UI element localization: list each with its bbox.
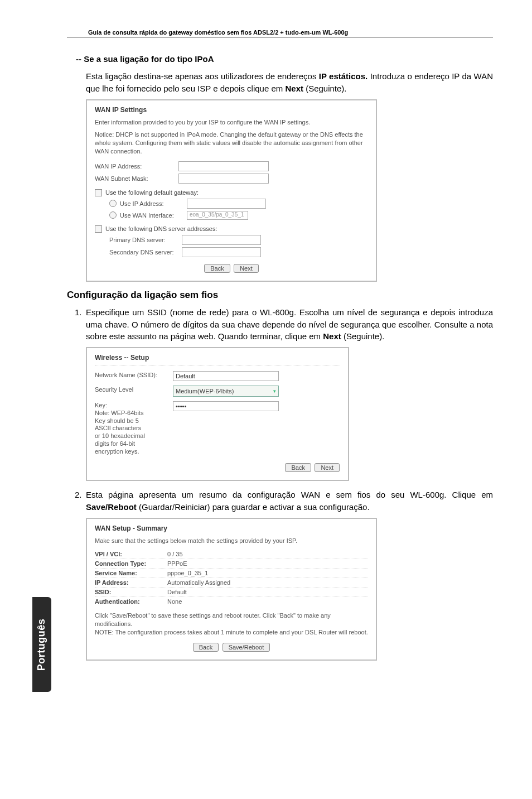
wan-ip-settings-dialog: WAN IP Settings Enter information provid… (86, 99, 377, 282)
table-row: Service Name:pppoe_0_35_1 (95, 568, 368, 577)
step-1-next: Next (323, 331, 341, 341)
wireless-setup-dialog: Wireless -- Setup Network Name (SSID): D… (86, 347, 349, 481)
wireless-title: Wireless -- Setup (95, 354, 340, 365)
language-tab: Português (32, 597, 51, 692)
section-wireless-config: Configuração da ligação sem fios (67, 290, 493, 301)
primary-dns-label: Primary DNS server: (109, 237, 182, 243)
wireless-back-button[interactable]: Back (285, 463, 311, 472)
step-2b: (Guardar/Reiniciar) para guardar e activ… (137, 502, 370, 512)
use-dns-checkbox[interactable] (95, 225, 102, 233)
ipoa-text-1: Esta ligação destina-se apenas aos utili… (86, 71, 319, 81)
summary-k-0: VPI / VCI: (95, 551, 167, 557)
summary-v-3: Automatically Assigned (167, 579, 230, 586)
header-bar: Guia de consulta rápida do gateway domés… (67, 26, 493, 37)
wan-intro: Enter information provided to you by you… (95, 118, 368, 127)
wan-summary-dialog: WAN Setup - Summary Make sure that the s… (86, 518, 377, 661)
use-gateway-label: Use the following default gateway: (105, 189, 199, 196)
wireless-next-button[interactable]: Next (315, 463, 340, 472)
summary-k-4: SSID: (95, 589, 167, 595)
language-tab-label: Português (36, 618, 48, 671)
summary-v-4: Default (167, 589, 187, 595)
summary-foot2: NOTE: The configuration process takes ab… (95, 628, 368, 637)
summary-back-button[interactable]: Back (193, 643, 219, 652)
wan-ip-label: WAN IP Address: (95, 163, 178, 170)
summary-save-reboot-button[interactable]: Save/Reboot (223, 643, 270, 652)
wan-notice: Notice: DHCP is not supported in IPoA mo… (95, 131, 368, 156)
router-icon (67, 26, 84, 36)
wan-next-button[interactable]: Next (234, 264, 259, 273)
table-row: VPI / VCI:0 / 35 (95, 550, 368, 559)
subheading-ipoa: -- Se a sua ligação for do tipo IPoA (76, 54, 493, 64)
ipoa-next: Next (285, 84, 303, 93)
summary-k-3: IP Address: (95, 579, 167, 586)
summary-foot1: Click "Save/Reboot" to save these settin… (95, 612, 368, 628)
key-input[interactable]: ••••• (173, 401, 279, 411)
use-wan-if-label: Use WAN Interface: (120, 212, 187, 219)
use-wan-if-select[interactable]: eoa_0_35/pa_0_35_1 (187, 211, 248, 220)
summary-v-0: 0 / 35 (167, 551, 183, 557)
summary-v-2: pppoe_0_35_1 (167, 570, 208, 576)
ipoa-text-3: (Seguinte). (303, 84, 347, 93)
use-wan-if-radio[interactable] (109, 211, 117, 219)
summary-intro: Make sure that the settings below match … (95, 537, 368, 545)
summary-v-1: PPPoE (167, 560, 187, 567)
ipoa-paragraph: Esta ligação destina-se apenas aos utili… (86, 70, 493, 95)
table-row: Authentication:None (95, 596, 368, 606)
step-1-number: 1. (75, 306, 82, 319)
ipoa-bold: IP estáticos. (319, 71, 367, 81)
security-level-value: Medium(WEP-64bits) (176, 388, 234, 394)
wan-subnet-input[interactable] (178, 174, 269, 184)
summary-k-2: Service Name: (95, 570, 167, 576)
wan-subnet-label: WAN Subnet Mask: (95, 175, 178, 182)
chevron-down-icon: ▾ (273, 388, 276, 394)
ssid-input[interactable]: Default (173, 371, 279, 381)
table-row: SSID:Default (95, 587, 368, 596)
step-2: 2. Esta página apresenta um resumo da co… (86, 489, 493, 513)
wan-back-button[interactable]: Back (204, 264, 230, 273)
security-level-label: Security Level (95, 386, 173, 394)
security-level-select[interactable]: Medium(WEP-64bits) ▾ (173, 386, 279, 397)
key-label: Key: (95, 401, 173, 410)
use-ip-radio[interactable] (109, 200, 117, 207)
secondary-dns-input[interactable] (182, 247, 261, 257)
summary-title: WAN Setup - Summary (95, 524, 368, 532)
summary-k-5: Authentication: (95, 598, 167, 605)
step-1b: (Seguinte). (341, 331, 385, 341)
ssid-label: Network Name (SSID): (95, 371, 173, 379)
summary-k-1: Connection Type: (95, 560, 167, 567)
use-dns-label: Use the following DNS server addresses: (105, 225, 217, 232)
table-row: Connection Type:PPPoE (95, 559, 368, 568)
use-ip-input[interactable] (187, 199, 266, 209)
summary-table: VPI / VCI:0 / 35 Connection Type:PPPoE S… (95, 550, 368, 606)
step-2-number: 2. (75, 489, 82, 501)
use-ip-label: Use IP Address: (120, 200, 187, 207)
header-title: Guia de consulta rápida do gateway domés… (88, 29, 348, 36)
key-note: Note: WEP-64bits Key should be 5 ASCII c… (95, 410, 145, 456)
step-2a: Esta página apresenta um resumo da confi… (86, 490, 493, 499)
secondary-dns-label: Secondary DNS server: (109, 249, 182, 256)
step-1: 1. Especifique um SSID (nome de rede) pa… (86, 306, 493, 343)
step-1a: Especifique um SSID (nome de rede) para … (86, 307, 493, 341)
table-row: IP Address:Automatically Assigned (95, 577, 368, 587)
use-gateway-checkbox[interactable] (95, 189, 102, 196)
step-2-bold: Save/Reboot (86, 502, 137, 512)
wan-ip-input[interactable] (178, 161, 269, 171)
summary-v-5: None (167, 598, 182, 605)
primary-dns-input[interactable] (182, 235, 261, 245)
wan-title: WAN IP Settings (95, 106, 368, 114)
